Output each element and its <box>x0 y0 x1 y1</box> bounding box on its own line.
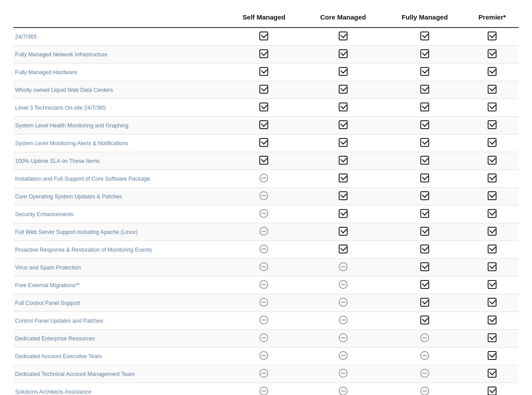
cell-self-5 <box>226 117 302 134</box>
check-icon <box>488 156 497 165</box>
check-icon <box>420 245 429 253</box>
cell-core-18 <box>302 348 384 365</box>
feature-label: Solutions Architects Assistance <box>13 383 226 395</box>
feature-label: Security Enhancements <box>13 205 226 223</box>
cell-self-15 <box>226 294 302 312</box>
cell-fully-13 <box>384 259 466 276</box>
check-icon <box>420 85 429 94</box>
table-row: Core Operating System Updates & Patches <box>13 188 519 205</box>
check-icon <box>339 209 348 218</box>
cell-core-15 <box>302 294 384 312</box>
cell-fully-9 <box>384 188 466 205</box>
minus-icon <box>259 209 268 218</box>
check-icon <box>259 120 268 129</box>
cell-fully-8 <box>384 170 466 188</box>
cell-fully-6 <box>384 134 466 152</box>
cell-core-5 <box>302 117 384 134</box>
col-header-premier: Premier* <box>466 9 519 28</box>
feature-label: Full Control Panel Support <box>13 294 226 312</box>
check-icon <box>420 209 429 218</box>
cell-core-17 <box>302 330 384 348</box>
minus-icon <box>259 316 268 324</box>
cell-self-18 <box>226 348 302 365</box>
table-row: Proactive Response & Restoration of Moni… <box>13 241 519 259</box>
check-icon <box>259 67 268 76</box>
minus-icon <box>259 333 268 342</box>
check-icon <box>488 49 497 58</box>
col-header-feature <box>13 9 226 28</box>
table-row: Fully Managed Hardware <box>13 63 519 81</box>
feature-label: Fully Managed Hardware <box>13 63 226 81</box>
cell-core-16 <box>302 312 384 330</box>
feature-label: Full Web Server Support including Apache… <box>13 223 226 241</box>
cell-self-4 <box>226 99 302 117</box>
cell-self-16 <box>226 312 302 330</box>
cell-premier-13 <box>466 259 519 276</box>
cell-self-0 <box>226 28 302 46</box>
minus-icon <box>259 174 268 182</box>
cell-self-2 <box>226 63 302 81</box>
check-icon <box>339 67 348 76</box>
feature-label: Virus and Spam Protection <box>13 259 226 276</box>
cell-self-14 <box>226 276 302 294</box>
cell-core-7 <box>302 152 384 170</box>
cell-premier-16 <box>466 312 519 330</box>
cell-self-1 <box>226 46 302 63</box>
cell-premier-2 <box>466 63 519 81</box>
cell-premier-6 <box>466 134 519 152</box>
cell-fully-14 <box>384 276 466 294</box>
feature-label: Dedicated Account Executive Team <box>13 348 226 365</box>
table-row: Free External Migrations** <box>13 276 519 294</box>
minus-icon <box>259 351 268 360</box>
cell-fully-5 <box>384 117 466 134</box>
feature-label: System Level Health Monitoring and Graph… <box>13 117 226 134</box>
minus-icon <box>259 298 268 307</box>
minus-icon <box>339 351 348 360</box>
check-icon <box>420 156 429 165</box>
cell-fully-11 <box>384 223 466 241</box>
cell-self-3 <box>226 81 302 99</box>
cell-core-19 <box>302 365 384 383</box>
check-icon <box>488 369 497 378</box>
cell-core-8 <box>302 170 384 188</box>
check-icon <box>339 32 348 40</box>
cell-self-10 <box>226 205 302 223</box>
check-icon <box>488 387 497 395</box>
check-icon <box>488 191 497 200</box>
feature-label: Proactive Response & Restoration of Moni… <box>13 241 226 259</box>
minus-icon <box>259 191 268 200</box>
cell-core-11 <box>302 223 384 241</box>
table-row: Full Web Server Support including Apache… <box>13 223 519 241</box>
check-icon <box>488 351 497 360</box>
check-icon <box>420 262 429 271</box>
feature-label: Free External Migrations** <box>13 276 226 294</box>
check-icon <box>488 298 497 307</box>
cell-core-13 <box>302 259 384 276</box>
cell-premier-1 <box>466 46 519 63</box>
minus-icon <box>339 280 348 289</box>
cell-premier-7 <box>466 152 519 170</box>
minus-icon <box>420 333 429 342</box>
cell-self-17 <box>226 330 302 348</box>
check-icon <box>339 156 348 165</box>
cell-premier-9 <box>466 188 519 205</box>
table-row: Wholly owned Liquid Web Data Centers <box>13 81 519 99</box>
feature-label: Level 3 Technicians On-site 24/7/365 <box>13 99 226 117</box>
check-icon <box>259 156 268 165</box>
cell-self-9 <box>226 188 302 205</box>
feature-label: 100% Uptime SLA on These Items <box>13 152 226 170</box>
check-icon <box>339 85 348 94</box>
check-icon <box>420 67 429 76</box>
table-row: Fully Managed Network Infrastructure <box>13 46 519 63</box>
check-icon <box>420 49 429 58</box>
check-icon <box>488 333 497 342</box>
check-icon <box>259 138 268 147</box>
cell-premier-3 <box>466 81 519 99</box>
cell-core-4 <box>302 99 384 117</box>
minus-icon <box>259 262 268 271</box>
check-icon <box>420 174 429 182</box>
table-row: Control Panel Updates and Patches <box>13 312 519 330</box>
check-icon <box>339 191 348 200</box>
table-row: System Level Monitoring Alerts & Notific… <box>13 134 519 152</box>
table-row: Dedicated Enterprise Resources <box>13 330 519 348</box>
